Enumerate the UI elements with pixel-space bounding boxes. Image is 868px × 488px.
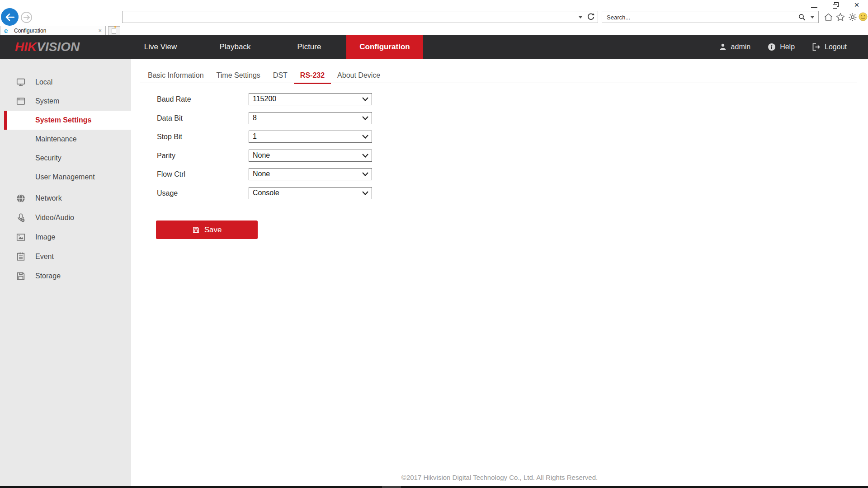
browser-chrome: × Search... [0,0,868,35]
stop-bit-label: Stop Bit [157,131,243,143]
main-content: Basic Information Time Settings DST RS-2… [131,59,868,486]
hikvision-logo: HIKVISION [15,35,80,59]
nav-playback[interactable]: Playback [206,35,264,59]
chevron-down-icon [362,154,368,158]
address-bar-input[interactable] [122,11,598,23]
save-label: Save [204,225,222,235]
monitor-icon [15,77,26,88]
new-tab-button[interactable]: * [108,26,120,35]
user-menu[interactable]: admin [719,43,751,51]
parity-label: Parity [157,150,243,162]
ie-window: × Search... [0,0,868,488]
nav-live-view[interactable]: Live View [131,35,190,59]
sidebar: Local System System Settings Maintenance… [0,59,131,486]
browser-tab-row: e Configuration × * [0,26,868,35]
event-icon [15,251,26,262]
data-bit-label: Data Bit [157,112,243,124]
sidebar-item-network[interactable]: Network [0,189,131,208]
chevron-down-icon [362,97,368,101]
microphone-icon [15,212,26,223]
chevron-down-icon [362,191,368,195]
site-header: HIKVISION Live View Playback Picture Con… [0,35,868,59]
chevron-down-icon [362,135,368,139]
data-bit-select[interactable]: 8 [249,112,372,124]
browser-tab-title: Configuration [14,28,46,34]
save-button[interactable]: Save [156,221,258,239]
chevron-down-icon [362,116,368,120]
address-dropdown-icon[interactable] [579,16,582,19]
sidebar-item-video-audio[interactable]: Video/Audio [0,208,131,227]
forward-button[interactable] [21,12,32,23]
sidebar-item-maintenance[interactable]: Maintenance [0,130,131,149]
logout-label: Logout [825,43,847,51]
sidebar-item-local[interactable]: Local [0,73,131,92]
copyright-text: ©2017 Hikvision Digital Technology Co., … [131,474,868,481]
sidebar-item-event[interactable]: Event [0,247,131,266]
search-placeholder: Search... [607,14,630,21]
ie-logo-icon: e [4,27,8,35]
help-label: Help [780,43,795,51]
minimize-icon[interactable] [811,7,817,8]
save-floppy-icon [192,226,200,234]
sidebar-item-storage[interactable]: Storage [0,267,131,286]
settings-gear-icon[interactable] [848,13,857,22]
window-icon [15,96,26,107]
feedback-smiley-icon[interactable] [859,12,868,21]
sidebar-item-system[interactable]: System [0,92,131,111]
nav-picture[interactable]: Picture [280,35,339,59]
storage-icon [15,271,26,282]
tab-about-device[interactable]: About Device [331,68,387,84]
back-button[interactable] [1,8,19,26]
nav-configuration[interactable]: Configuration [346,35,423,59]
tab-time-settings[interactable]: Time Settings [210,68,267,84]
sidebar-item-system-settings[interactable]: System Settings [4,111,131,130]
usage-label: Usage [157,187,243,199]
chevron-down-icon [362,172,368,176]
sidebar-item-security[interactable]: Security [0,149,131,168]
sidebar-item-user-management[interactable]: User Management [0,168,131,187]
sidebar-item-image[interactable]: Image [0,228,131,247]
logout-button[interactable]: Logout [812,43,847,51]
browser-tab-configuration[interactable]: e Configuration × [0,26,106,35]
favorites-star-icon[interactable] [836,13,845,21]
help-button[interactable]: Help [768,43,795,51]
baud-rate-select[interactable]: 115200 [249,93,372,105]
globe-icon [15,193,26,204]
restore-icon[interactable] [833,2,839,9]
parity-select[interactable]: None [249,150,372,162]
tab-basic-information[interactable]: Basic Information [142,68,210,84]
search-dropdown-icon[interactable] [811,16,814,19]
logout-icon [812,43,821,51]
tab-dst[interactable]: DST [267,68,294,84]
tab-rs232[interactable]: RS-232 [294,68,331,84]
info-icon [768,43,776,51]
taskbar-sliver [0,486,868,488]
new-tab-star-icon: * [114,25,117,31]
search-icon[interactable] [798,14,806,21]
stop-bit-select[interactable]: 1 [249,131,372,143]
usage-select[interactable]: Console [249,187,372,199]
username: admin [731,43,751,51]
refresh-icon[interactable] [587,13,595,21]
tab-close-icon[interactable]: × [98,27,102,34]
image-icon [15,232,26,243]
baud-rate-label: Baud Rate [157,93,243,105]
settings-tabbar: Basic Information Time Settings DST RS-2… [142,68,387,84]
close-icon[interactable]: × [852,0,862,10]
flow-ctrl-select[interactable]: None [249,168,372,180]
flow-ctrl-label: Flow Ctrl [157,168,243,180]
search-input[interactable]: Search... [602,11,819,23]
home-icon[interactable] [824,13,833,21]
user-icon [719,43,727,51]
